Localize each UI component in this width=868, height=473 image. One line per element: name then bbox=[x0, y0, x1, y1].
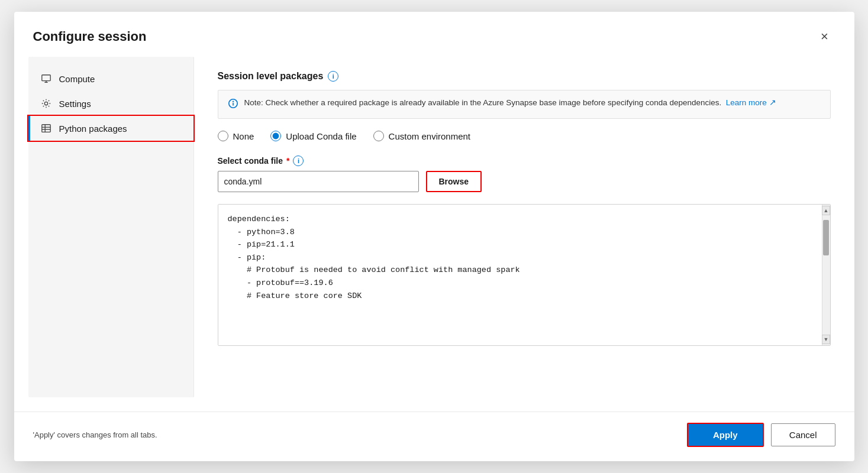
footer-buttons: Apply Cancel bbox=[687, 423, 835, 447]
main-content: Session level packages i Note: Check whe… bbox=[194, 57, 854, 412]
sidebar-item-python-packages[interactable]: Python packages bbox=[28, 116, 193, 141]
dialog-footer: 'Apply' covers changes from all tabs. Ap… bbox=[14, 412, 854, 461]
dialog-header: Configure session × bbox=[14, 12, 854, 57]
sidebar-item-settings[interactable]: Settings bbox=[28, 91, 193, 116]
sidebar: Compute Settings bbox=[28, 57, 194, 397]
conda-file-input[interactable] bbox=[218, 171, 419, 192]
radio-upload-conda[interactable]: Upload Conda file bbox=[270, 131, 356, 141]
note-box: Note: Check whether a required package i… bbox=[218, 90, 831, 119]
radio-none-input[interactable] bbox=[218, 131, 228, 141]
table-icon bbox=[40, 123, 52, 134]
radio-custom-env[interactable]: Custom environment bbox=[373, 131, 470, 141]
svg-rect-0 bbox=[41, 75, 50, 81]
field-info-icon[interactable]: i bbox=[293, 155, 304, 166]
code-area-container: dependencies: - python=3.8 - pip=21.1.1 … bbox=[218, 204, 831, 346]
scroll-up-arrow[interactable]: ▲ bbox=[822, 206, 830, 215]
sidebar-item-python-packages-label: Python packages bbox=[59, 124, 127, 134]
apply-button[interactable]: Apply bbox=[687, 423, 764, 447]
radio-upload-conda-input[interactable] bbox=[270, 131, 281, 141]
footer-note: 'Apply' covers changes from all tabs. bbox=[33, 430, 157, 439]
scrollbar[interactable]: ▲ ▼ bbox=[822, 205, 830, 345]
svg-rect-4 bbox=[41, 125, 50, 132]
radio-custom-env-input[interactable] bbox=[373, 131, 384, 141]
code-content[interactable]: dependencies: - python=3.8 - pip=21.1.1 … bbox=[218, 205, 822, 345]
file-input-row: Browse bbox=[218, 171, 831, 192]
gear-icon bbox=[40, 98, 52, 109]
cancel-button[interactable]: Cancel bbox=[771, 423, 835, 446]
svg-point-3 bbox=[44, 102, 47, 105]
sidebar-item-compute[interactable]: Compute bbox=[28, 66, 193, 91]
svg-point-10 bbox=[233, 101, 233, 102]
section-title: Session level packages i bbox=[218, 71, 831, 82]
monitor-icon bbox=[40, 73, 52, 84]
required-star: * bbox=[286, 156, 289, 166]
learn-more-link[interactable]: Learn more ↗ bbox=[726, 98, 776, 107]
scroll-down-arrow[interactable]: ▼ bbox=[822, 335, 830, 344]
radio-none[interactable]: None bbox=[218, 131, 254, 141]
close-button[interactable]: × bbox=[814, 26, 835, 47]
section-info-icon[interactable]: i bbox=[328, 71, 338, 82]
browse-button[interactable]: Browse bbox=[426, 171, 482, 192]
note-info-icon bbox=[228, 98, 238, 111]
dialog-title: Configure session bbox=[33, 29, 147, 44]
dialog-body: Compute Settings bbox=[14, 57, 854, 412]
scroll-thumb[interactable] bbox=[823, 220, 829, 255]
configure-session-dialog: Configure session × Compute bbox=[14, 12, 854, 461]
field-label: Select conda file * i bbox=[218, 155, 831, 166]
note-text: Note: Check whether a required package i… bbox=[244, 98, 776, 107]
sidebar-item-compute-label: Compute bbox=[59, 74, 95, 84]
radio-none-label: None bbox=[233, 131, 254, 141]
radio-upload-conda-label: Upload Conda file bbox=[286, 131, 356, 141]
radio-custom-env-label: Custom environment bbox=[389, 131, 470, 141]
radio-group: None Upload Conda file Custom environmen… bbox=[218, 131, 831, 141]
sidebar-item-settings-label: Settings bbox=[59, 99, 91, 109]
